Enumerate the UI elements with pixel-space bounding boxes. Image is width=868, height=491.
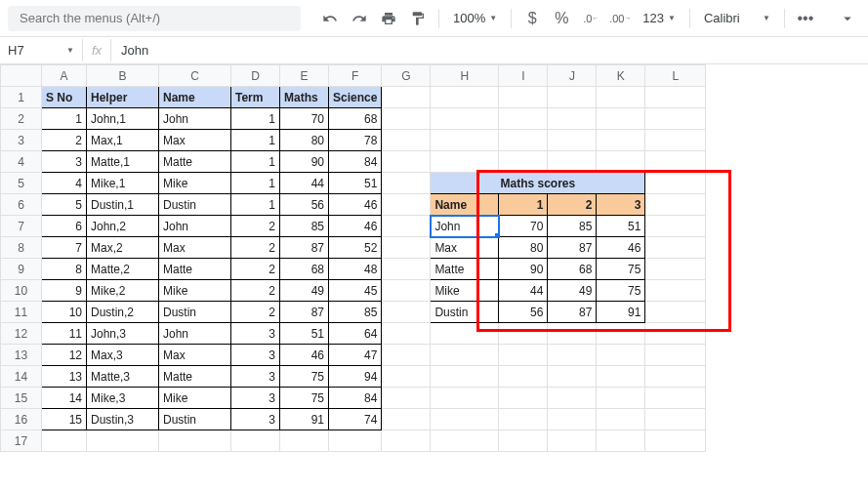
cell-F4[interactable]: 84 [329, 151, 382, 173]
cell-H5[interactable]: Maths scores [431, 173, 645, 194]
col-header-L[interactable]: L [645, 65, 706, 87]
cell-G17[interactable] [382, 430, 431, 452]
cell-I1[interactable] [499, 87, 548, 108]
cell-G4[interactable] [382, 151, 431, 173]
cell-B9[interactable]: Matte,2 [87, 259, 159, 280]
cell-H1[interactable] [431, 87, 499, 108]
cell-J4[interactable] [548, 151, 597, 173]
cell-D1[interactable]: Term [231, 87, 280, 108]
cell-L13[interactable] [645, 345, 706, 366]
cell-B3[interactable]: Max,1 [87, 130, 159, 151]
cell-C7[interactable]: John [159, 216, 231, 237]
cell-C3[interactable]: Max [159, 130, 231, 151]
row-header-16[interactable]: 16 [1, 409, 42, 430]
cell-C2[interactable]: John [159, 108, 231, 130]
cell-J12[interactable] [548, 323, 597, 345]
cell-H8[interactable]: Max [431, 237, 499, 259]
cell-K13[interactable] [597, 345, 645, 366]
cell-G6[interactable] [382, 194, 431, 216]
cell-L4[interactable] [645, 151, 706, 173]
cell-F5[interactable]: 51 [329, 173, 382, 194]
cell-H14[interactable] [431, 366, 499, 388]
cell-K8[interactable]: 46 [597, 237, 645, 259]
collapse-icon[interactable] [835, 6, 860, 31]
cell-A13[interactable]: 12 [42, 345, 87, 366]
cell-G3[interactable] [382, 130, 431, 151]
cell-E14[interactable]: 75 [280, 366, 329, 388]
name-box[interactable]: H7▼ [0, 43, 82, 58]
row-header-8[interactable]: 8 [1, 237, 42, 259]
cell-H15[interactable] [431, 388, 499, 409]
cell-B15[interactable]: Mike,3 [87, 388, 159, 409]
cell-B13[interactable]: Max,3 [87, 345, 159, 366]
cell-D8[interactable]: 2 [231, 237, 280, 259]
cell-F13[interactable]: 47 [329, 345, 382, 366]
row-header-11[interactable]: 11 [1, 302, 42, 323]
row-header-2[interactable]: 2 [1, 108, 42, 130]
print-icon[interactable] [376, 6, 401, 31]
cell-B4[interactable]: Matte,1 [87, 151, 159, 173]
cell-C13[interactable]: Max [159, 345, 231, 366]
cell-H2[interactable] [431, 108, 499, 130]
cell-K10[interactable]: 75 [597, 280, 645, 302]
cell-J8[interactable]: 87 [548, 237, 597, 259]
cell-I10[interactable]: 44 [499, 280, 548, 302]
cell-F11[interactable]: 85 [329, 302, 382, 323]
cell-J10[interactable]: 49 [548, 280, 597, 302]
cell-I2[interactable] [499, 108, 548, 130]
cell-C1[interactable]: Name [159, 87, 231, 108]
cell-L10[interactable] [645, 280, 706, 302]
row-header-10[interactable]: 10 [1, 280, 42, 302]
format-123-dropdown[interactable]: 123▼ [637, 6, 682, 31]
cell-J9[interactable]: 68 [548, 259, 597, 280]
cell-D12[interactable]: 3 [231, 323, 280, 345]
col-header-K[interactable]: K [597, 65, 645, 87]
cell-B10[interactable]: Mike,2 [87, 280, 159, 302]
cell-G11[interactable] [382, 302, 431, 323]
cell-G15[interactable] [382, 388, 431, 409]
cell-C17[interactable] [159, 430, 231, 452]
cell-I17[interactable] [499, 430, 548, 452]
row-header-15[interactable]: 15 [1, 388, 42, 409]
cell-A12[interactable]: 11 [42, 323, 87, 345]
col-header-D[interactable]: D [231, 65, 280, 87]
row-header-12[interactable]: 12 [1, 323, 42, 345]
cell-B5[interactable]: Mike,1 [87, 173, 159, 194]
cell-E9[interactable]: 68 [280, 259, 329, 280]
cell-G2[interactable] [382, 108, 431, 130]
cell-L6[interactable] [645, 194, 706, 216]
row-header-5[interactable]: 5 [1, 173, 42, 194]
cell-C16[interactable]: Dustin [159, 409, 231, 430]
cell-E3[interactable]: 80 [280, 130, 329, 151]
cell-K14[interactable] [597, 366, 645, 388]
cell-H3[interactable] [431, 130, 499, 151]
cell-C15[interactable]: Mike [159, 388, 231, 409]
redo-icon[interactable] [347, 6, 372, 31]
cell-E15[interactable]: 75 [280, 388, 329, 409]
currency-button[interactable]: $ [519, 6, 545, 31]
cell-E13[interactable]: 46 [280, 345, 329, 366]
cell-C14[interactable]: Matte [159, 366, 231, 388]
cell-I12[interactable] [499, 323, 548, 345]
cell-C9[interactable]: Matte [159, 259, 231, 280]
cell-I4[interactable] [499, 151, 548, 173]
col-header-F[interactable]: F [329, 65, 382, 87]
undo-icon[interactable] [317, 6, 343, 31]
cell-D15[interactable]: 3 [231, 388, 280, 409]
cell-E8[interactable]: 87 [280, 237, 329, 259]
cell-K9[interactable]: 75 [597, 259, 645, 280]
cell-K17[interactable] [597, 430, 645, 452]
cell-I8[interactable]: 80 [499, 237, 548, 259]
cell-F12[interactable]: 64 [329, 323, 382, 345]
cell-I9[interactable]: 90 [499, 259, 548, 280]
cell-G9[interactable] [382, 259, 431, 280]
cell-J17[interactable] [548, 430, 597, 452]
cell-H10[interactable]: Mike [431, 280, 499, 302]
percent-button[interactable]: % [549, 6, 574, 31]
cell-G12[interactable] [382, 323, 431, 345]
cell-A1[interactable]: S No [42, 87, 87, 108]
cell-E11[interactable]: 87 [280, 302, 329, 323]
cell-I14[interactable] [499, 366, 548, 388]
cell-G13[interactable] [382, 345, 431, 366]
cell-K15[interactable] [597, 388, 645, 409]
